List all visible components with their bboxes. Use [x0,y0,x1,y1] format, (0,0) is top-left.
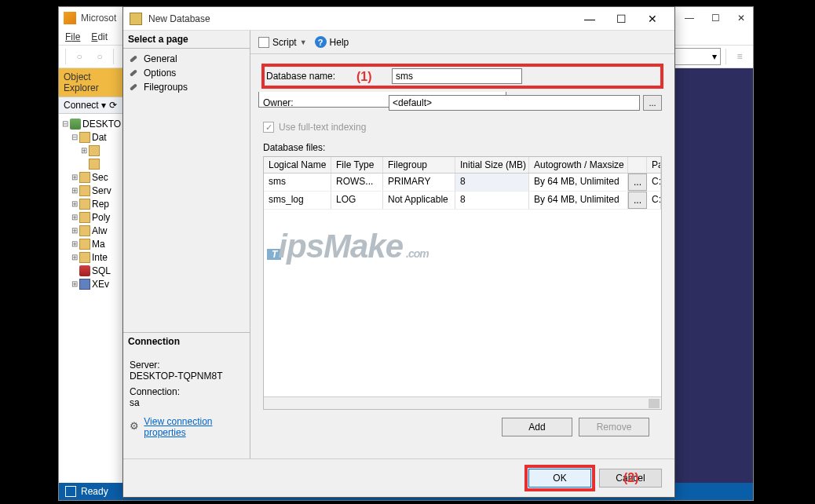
folder-icon [89,145,100,156]
close-button[interactable]: ✕ [734,11,748,25]
callout-2: (2) [623,471,639,485]
dialog-maximize-button[interactable]: ☐ [605,8,637,30]
grid-body: sms ROWS... PRIMARY 8 By 64 MB, Unlimite… [264,173,661,409]
tree-xevent[interactable]: XEv [92,279,109,290]
tree-expand-icon[interactable]: ⊞ [70,279,79,288]
tree-security[interactable]: Sec [92,172,108,183]
tree-integration[interactable]: Inte [92,252,108,263]
col-file-type[interactable]: File Type [331,157,383,173]
tree-polybase[interactable]: Poly [92,212,110,223]
menu-edit[interactable]: Edit [91,31,108,42]
page-general[interactable]: General [123,52,250,66]
chevron-down-icon[interactable]: ▼ [300,38,307,46]
col-filegroup[interactable]: Filegroup [383,157,455,173]
fulltext-label: Use full-text indexing [279,122,366,133]
tree-expand-icon[interactable]: ⊞ [70,199,79,208]
page-options[interactable]: Options [123,66,250,80]
connection-section: Connection Server: DESKTOP-TQPNM8T Conne… [123,332,250,458]
tree-expand-icon[interactable]: ⊞ [79,146,89,155]
tree-expand-icon[interactable]: ⊞ [70,213,79,221]
owner-label: Owner: [263,97,389,108]
tree-collapse-icon[interactable]: ⊟ [60,119,70,128]
sqlagent-icon [79,265,90,276]
tree-expand-icon[interactable]: ⊞ [70,253,79,261]
menu-file[interactable]: File [65,31,80,42]
cell-path[interactable]: C: [647,192,661,209]
tool-d[interactable]: ≡ [731,48,748,65]
new-database-dialog: New Database — ☐ ✕ Select a page General… [122,6,675,498]
properties-icon [130,422,139,433]
script-button[interactable]: Script ▼ [258,37,307,48]
tree-collapse-icon[interactable]: ⊟ [70,133,79,141]
folder-icon [79,225,90,236]
cell-logical[interactable]: sms_log [264,192,331,209]
tree-serverobj[interactable]: Serv [92,185,111,196]
folder-icon [79,185,90,196]
database-name-label: Database name: [266,71,392,82]
server-value: DESKTOP-TQPNM8T [130,371,243,382]
dialog-title: New Database [148,13,574,24]
dialog-titlebar[interactable]: New Database — ☐ ✕ [123,7,674,31]
tree-management[interactable]: Ma [92,239,105,250]
page-filegroups-label: Filegroups [144,82,188,93]
cell-path[interactable]: C: [647,173,661,191]
obj-exp-refresh-icon[interactable]: ⟳ [109,100,117,111]
owner-input[interactable] [389,95,640,111]
cell-logical[interactable]: sms [264,173,331,191]
nav-fwd-button[interactable]: ○ [91,48,108,65]
autogrowth-edit-button[interactable]: ... [628,192,647,209]
col-path[interactable]: Pa [647,157,661,173]
tree-replication[interactable]: Rep [92,199,109,210]
tree-expand-icon[interactable]: ⊞ [70,239,79,248]
dialog-right-panel: Script ▼ ? Help Database name: x [250,31,674,458]
maximize-button[interactable]: ☐ [708,11,723,25]
col-logical-name[interactable]: Logical Name [264,157,331,173]
folder-icon [79,132,90,143]
col-initial-size[interactable]: Initial Size (MB) [455,157,529,173]
grid-row[interactable]: sms_log LOG Not Applicable 8 By 64 MB, U… [264,192,661,210]
tree-alwayson[interactable]: Alw [92,225,107,236]
tree-sqlagent[interactable]: SQL [92,265,111,276]
remove-file-button[interactable]: Remove [579,418,649,436]
minimize-button[interactable]: — [682,11,697,25]
folder-icon [79,252,90,263]
cell-filegroup[interactable]: PRIMARY [383,173,455,191]
dialog-minimize-button[interactable]: — [574,8,605,30]
tree-expand-icon[interactable]: ⊞ [70,186,79,195]
autogrowth-edit-button[interactable]: ... [628,173,647,191]
database-files-grid[interactable]: Logical Name File Type Filegroup Initial… [263,156,662,410]
server-label: Server: [130,360,243,371]
tree-server[interactable]: DESKTO [82,119,121,130]
nav-back-button[interactable]: ○ [71,48,88,65]
owner-browse-button[interactable]: ... [643,95,662,111]
tree-databases[interactable]: Dat [92,132,107,143]
xevent-icon [79,279,90,290]
col-autogrowth[interactable]: Autogrowth / Maxsize [529,157,628,173]
cell-autogrowth: By 64 MB, Unlimited [529,192,628,209]
connect-dropdown[interactable]: Connect ▾ [64,100,106,111]
object-explorer-header: Object Explorer [59,68,127,97]
dialog-toolbar: Script ▼ ? Help [250,31,674,54]
connection-value: sa [130,397,243,408]
wrench-icon [128,68,139,79]
cell-initsize[interactable]: 8 [455,192,529,209]
dialog-close-button[interactable]: ✕ [637,8,668,30]
scroll-right-button[interactable] [649,399,660,408]
grid-header: Logical Name File Type Filegroup Initial… [264,157,661,173]
ok-button[interactable]: OK [528,469,591,488]
grid-horizontal-scrollbar[interactable] [264,396,661,409]
page-filegroups[interactable]: Filegroups [123,80,250,94]
cell-initsize[interactable]: 8 [455,173,529,191]
object-explorer-panel: Object Explorer Connect ▾ ⟳ ⊟DESKTO ⊟Dat… [59,68,128,483]
tree-expand-icon[interactable]: ⊞ [70,226,79,235]
connection-header: Connection [123,333,250,350]
database-name-input[interactable] [392,68,522,84]
view-connection-properties-link[interactable]: View connection properties [130,416,243,438]
dialog-footer: OK Cancel [123,458,674,497]
tree-expand-icon[interactable]: ⊞ [70,173,79,181]
object-explorer-tree[interactable]: ⊟DESKTO ⊟Dat ⊞ ⊞Sec ⊞Serv ⊞Rep ⊞Poly ⊞Al… [59,114,127,294]
grid-row[interactable]: sms ROWS... PRIMARY 8 By 64 MB, Unlimite… [264,173,661,192]
help-button[interactable]: ? Help [315,36,349,48]
add-file-button[interactable]: Add [502,418,572,436]
folder-icon [79,212,90,223]
